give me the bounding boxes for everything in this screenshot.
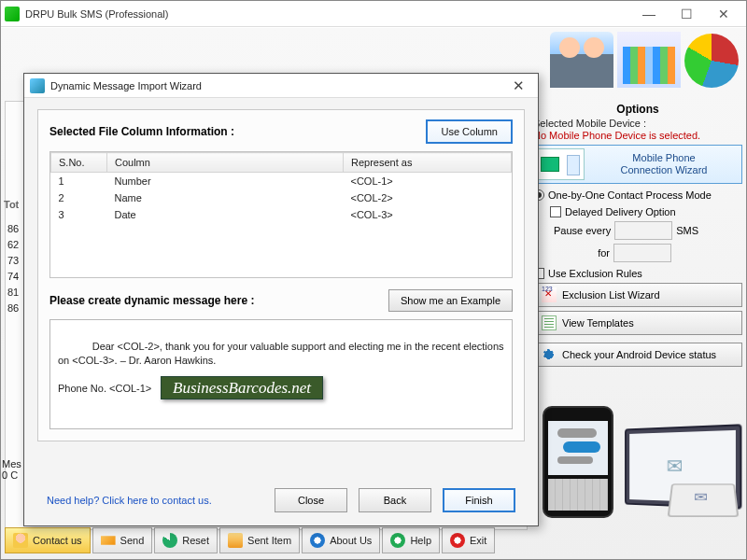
help-icon (390, 533, 405, 548)
for-label: for (554, 247, 610, 259)
close-button[interactable]: Close (275, 488, 347, 512)
devices-illustration (537, 402, 740, 522)
watermark: BusinessBarcodes.net (161, 376, 323, 399)
gear-icon (542, 347, 557, 362)
sent-icon (228, 533, 243, 548)
column-table[interactable]: S.No. Coulmn Represent as 1Number<COL-1>… (49, 151, 513, 278)
contact-us-button[interactable]: Contact us (5, 527, 91, 553)
templates-icon (542, 315, 557, 330)
no-device-warning: No Mobile Phone Device is selected. (533, 130, 742, 141)
col-header-column: Coulmn (107, 153, 344, 173)
pause-for-row: for (554, 244, 742, 262)
about-us-button[interactable]: About Us (302, 527, 380, 553)
people-illustration (550, 32, 613, 88)
titlebar: DRPU Bulk SMS (Professional) — ☐ ✕ (1, 1, 746, 27)
checkbox-icon (550, 206, 561, 217)
pause-every-row: Pause every SMS (554, 221, 742, 240)
maximize-button[interactable]: ☐ (668, 2, 705, 26)
sms-suffix: SMS (676, 225, 698, 236)
check-android-label: Check your Android Device status (562, 349, 716, 360)
table-row[interactable]: 3Date<COL-3> (51, 206, 512, 223)
window-close-button[interactable]: ✕ (705, 2, 742, 26)
table-row[interactable]: 1Number<COL-1> (51, 173, 512, 190)
dialog-title: Dynamic Message Import Wizard (50, 80, 504, 91)
process-mode-radio[interactable]: One-by-One Contact Process Mode (533, 189, 742, 201)
pause-every-input[interactable] (614, 221, 672, 240)
dialog-icon (30, 78, 45, 93)
pause-for-input[interactable] (613, 244, 671, 262)
dynamic-message-import-wizard-dialog: Dynamic Message Import Wizard ✕ Selected… (23, 73, 539, 526)
check-android-status-button[interactable]: Check your Android Device status (533, 343, 742, 367)
phone-illustration (543, 406, 613, 518)
dialog-titlebar: Dynamic Message Import Wizard ✕ (24, 74, 538, 98)
bottom-toolbar: Contact us Send Reset Sent Item About Us… (5, 527, 495, 555)
message-label-fragment: Mes 0 C (2, 458, 21, 481)
delayed-delivery-checkbox[interactable]: Delayed Delivery Option (550, 206, 742, 217)
barchart-illustration (617, 32, 681, 88)
main-window: DRPU Bulk SMS (Professional) — ☐ ✕ Tot 8… (0, 0, 747, 560)
app-title: DRPU Bulk SMS (Professional) (25, 8, 630, 20)
mobile-connection-wizard-button[interactable]: Mobile Phone Connection Wizard (533, 145, 742, 184)
sent-item-button[interactable]: Sent Item (219, 527, 300, 553)
selected-device-label: Selected Mobile Device : (533, 118, 742, 129)
tablet-illustration (668, 483, 740, 517)
dialog-footer: Need help? Click here to contact us. Clo… (24, 488, 538, 512)
dialog-close-button[interactable]: ✕ (504, 77, 532, 94)
back-button[interactable]: Back (359, 488, 431, 512)
column-info-group: Selected File Column Information : Use C… (37, 109, 525, 441)
exit-button[interactable]: Exit (442, 527, 495, 553)
exit-icon (450, 533, 465, 548)
view-templates-button[interactable]: View Templates (533, 311, 742, 335)
use-exclusion-label: Use Exclusion Rules (548, 268, 642, 279)
contact-icon (13, 533, 28, 548)
wizard-line2: Connection Wizard (621, 164, 708, 175)
total-label: Tot (4, 199, 19, 210)
help-link[interactable]: Need help? Click here to contact us. (47, 495, 263, 506)
dynamic-message-textarea[interactable]: Dear <COL-2>, thank you for your valuabl… (49, 319, 513, 429)
send-icon (101, 533, 116, 548)
create-message-label: Please create dynamic message here : (49, 294, 254, 307)
info-icon (310, 533, 325, 548)
reset-button[interactable]: Reset (154, 527, 218, 553)
table-row[interactable]: 2Name<COL-2> (51, 189, 512, 206)
view-templates-label: View Templates (562, 317, 634, 329)
piechart-illustration (684, 34, 739, 88)
use-exclusion-checkbox[interactable]: Use Exclusion Rules (533, 268, 742, 279)
column-info-label: Selected File Column Information : (49, 125, 234, 138)
exclusion-wizard-label: Exclusion List Wizard (562, 289, 660, 301)
process-mode-label: One-by-One Contact Process Mode (548, 189, 712, 201)
col-header-represent: Represent as (344, 153, 512, 173)
options-title: Options (533, 103, 742, 116)
minimize-button[interactable]: — (630, 2, 668, 26)
mobile-wizard-icon (536, 148, 585, 180)
delayed-delivery-label: Delayed Delivery Option (565, 206, 676, 217)
exclusion-list-wizard-button[interactable]: Exclusion List Wizard (533, 283, 742, 307)
col-header-sno: S.No. (51, 153, 107, 173)
options-panel: Options Selected Mobile Device : No Mobi… (533, 103, 742, 367)
show-example-button[interactable]: Show me an Example (388, 289, 513, 312)
app-icon (5, 7, 20, 21)
use-column-button[interactable]: Use Column (426, 119, 513, 144)
reset-icon (162, 533, 177, 548)
wizard-line1: Mobile Phone (632, 152, 695, 163)
exclusion-icon (542, 287, 557, 302)
number-list-fragment: 86 62 73 74 81 86 (7, 221, 19, 316)
send-button[interactable]: Send (92, 527, 153, 553)
help-button[interactable]: Help (382, 527, 440, 553)
pause-every-label: Pause every (554, 225, 611, 236)
content-area: Tot 86 62 73 74 81 86 Mes 0 C Options Se… (1, 27, 746, 559)
finish-button[interactable]: Finish (443, 488, 515, 512)
